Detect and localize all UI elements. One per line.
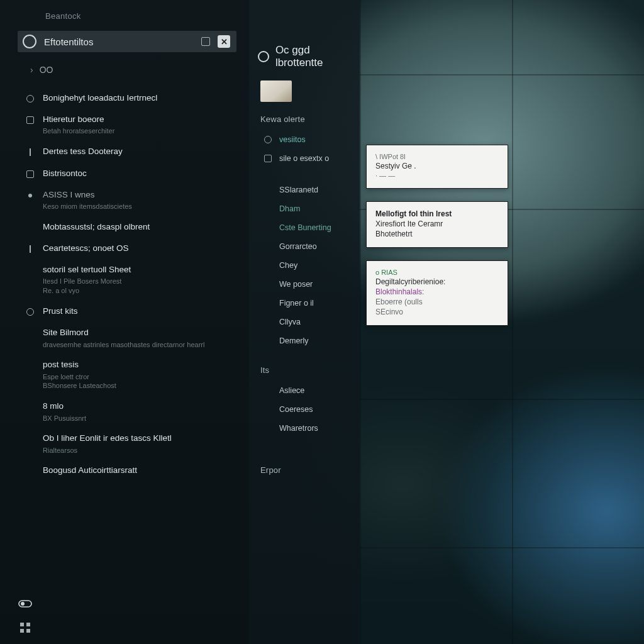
search-icon [23, 35, 36, 48]
circle-icon [263, 135, 273, 145]
circle-icon [25, 94, 35, 104]
none [25, 360, 35, 370]
panel-footer-label: Erpor [249, 463, 360, 481]
sidebar-item-sub: Itesd I Pile Bosers MorestRe. a ol vyo [43, 277, 238, 296]
center-item-label: Demerly [279, 336, 309, 345]
card-line: Eboerre (oulls [375, 297, 499, 306]
center-item-3[interactable]: Gorrarcteo [249, 237, 360, 256]
pipe-icon [25, 147, 35, 157]
center-item-0[interactable]: SSlaranetd [249, 180, 360, 199]
sidebar-item-title: Bistrisontoc [43, 168, 238, 179]
sub-row-label: OO [40, 65, 53, 75]
sidebar-item-2[interactable]: Dertes tess Dooteray [25, 141, 249, 162]
sidebar-item-sub: BX Pusuissnrt [43, 414, 238, 423]
center-item-0[interactable]: vesiitos [249, 130, 360, 149]
sidebar-item-title: 8 mlo [43, 401, 238, 412]
none [25, 223, 35, 233]
note-card-1[interactable]: Mellofigt fol thin lrestXiresfiort Ite C… [366, 201, 508, 248]
center-item-6[interactable]: Figner o il [249, 294, 360, 313]
none [25, 402, 35, 412]
dot-icon [25, 191, 35, 201]
mic-icon[interactable] [201, 37, 210, 46]
center-item-label: vesiitos [279, 135, 306, 144]
center-item-label: Coereses [279, 405, 313, 414]
center-item-label: Dham [279, 204, 300, 213]
svg-rect-5 [26, 629, 30, 633]
center-item-5[interactable]: We poser [249, 275, 360, 294]
section-label-2: Its [249, 363, 360, 381]
card-line: Xiresfiort Ite Ceramr [375, 219, 499, 228]
none [263, 317, 273, 327]
sidebar-item-title: Htieretur boeore [43, 114, 238, 125]
center-item-1[interactable]: Dham [249, 199, 360, 218]
svg-point-1 [21, 602, 25, 606]
sidebar-item-title: Mobtassustsl; dsaspl olbrent [43, 221, 238, 233]
square-icon [263, 153, 273, 164]
panel-title-row: Oc ggd lbrottentte [249, 38, 360, 80]
sidebar-item-title: Ceartetescs; onoet OS [43, 243, 238, 254]
clear-search-button[interactable]: ✕ [218, 35, 230, 48]
center-item-7[interactable]: Cllyva [249, 313, 360, 331]
panel-thumbnail[interactable] [260, 80, 292, 102]
panel-title: Oc ggd lbrottentte [275, 44, 360, 69]
center-item-4[interactable]: Chey [249, 256, 360, 275]
search-row[interactable]: ✕ [18, 31, 236, 52]
center-item-1[interactable]: Coereses [249, 400, 360, 419]
center-item-label: Figner o il [279, 299, 314, 308]
none [25, 434, 35, 444]
center-item-label: Chey [279, 261, 297, 270]
center-item-0[interactable]: Asliece [249, 381, 360, 400]
none [263, 336, 273, 346]
grid-icon[interactable] [18, 621, 33, 634]
none [25, 265, 35, 275]
svg-rect-2 [20, 623, 24, 626]
card-line: SEcinvo [375, 308, 499, 316]
card-line: Mellofigt fol thin lrest [375, 209, 499, 218]
note-cards: \ IWPot 8lSestyiv Ge . · — —Mellofigt fo… [366, 145, 508, 338]
square-icon [25, 115, 35, 125]
sidebar-item-9[interactable]: Site Bilmorddravesernhe astrinles masoth… [25, 322, 249, 354]
note-card-2[interactable]: o RIASDegiltalcyriberienioe:Blokthinhala… [366, 260, 508, 326]
sidebar-item-12[interactable]: Ob I liher Eonlit ir edes tascs KlletlRi… [25, 428, 249, 460]
none [25, 328, 35, 338]
section-label-1: Kewa olerte [249, 112, 360, 130]
none [263, 185, 273, 195]
card-line: \ IWPot 8l [375, 153, 499, 160]
card-line: Blokthinhalals: [375, 287, 499, 296]
sidebar-item-1[interactable]: Htieretur boeoreBetah hroratseserchiter [25, 109, 249, 141]
switch-icon[interactable] [18, 597, 33, 610]
panel-title-icon [258, 51, 269, 62]
sidebar-item-13[interactable]: Boogusd Auticoirttiarsratt [25, 460, 249, 481]
center-item-label: We poser [279, 280, 313, 289]
center-item-2[interactable]: Cste Bunerting [249, 218, 360, 237]
sidebar-item-4[interactable]: ASISS I wnesKeso miom itemsdsatiscietes [25, 184, 249, 216]
center-item-label: Cllyva [279, 318, 301, 326]
none [263, 279, 273, 289]
center-item-8[interactable]: Demerly [249, 331, 360, 350]
sidebar-item-sub: Betah hroratseserchiter [43, 126, 238, 136]
search-input[interactable] [44, 36, 194, 47]
sidebar-item-8[interactable]: Prust kits [25, 301, 249, 322]
sidebar-item-title: post tesis [43, 359, 238, 370]
none [263, 242, 273, 252]
none [263, 260, 273, 270]
center-item-2[interactable]: Wharetrors [249, 419, 360, 438]
sidebar-item-6[interactable]: Ceartetescs; onoet OS [25, 238, 249, 259]
note-card-0[interactable]: \ IWPot 8lSestyiv Ge . · — — [366, 145, 508, 189]
sidebar-item-5[interactable]: Mobtassustsl; dsaspl olbrent [25, 216, 249, 238]
sidebar-item-3[interactable]: Bistrisontoc [25, 163, 249, 184]
card-line: o RIAS [375, 269, 499, 276]
sidebar-sub-row[interactable]: › OO [0, 58, 249, 84]
center-item-1[interactable]: sile o esextx o [249, 149, 360, 168]
sidebar-item-sub: Rialtearsos [43, 446, 238, 455]
sidebar-item-11[interactable]: 8 mloBX Pusuissnrt [25, 396, 249, 428]
none [25, 466, 35, 476]
sidebar-item-0[interactable]: Bonighehyt loeadactu Iertrnecl [25, 87, 249, 109]
sidebar-item-title: Boogusd Auticoirttiarsratt [43, 465, 238, 476]
sidebar-item-7[interactable]: sotoril sel tertuoll SheetItesd I Pile B… [25, 259, 249, 301]
svg-rect-3 [26, 623, 30, 626]
sidebar-item-10[interactable]: post tesisEspe loett ctrorBShonsere Last… [25, 354, 249, 396]
sidebar-item-title: Site Bilmord [43, 327, 238, 338]
none [263, 223, 273, 233]
card-line: Bhotethetrt [375, 230, 499, 238]
